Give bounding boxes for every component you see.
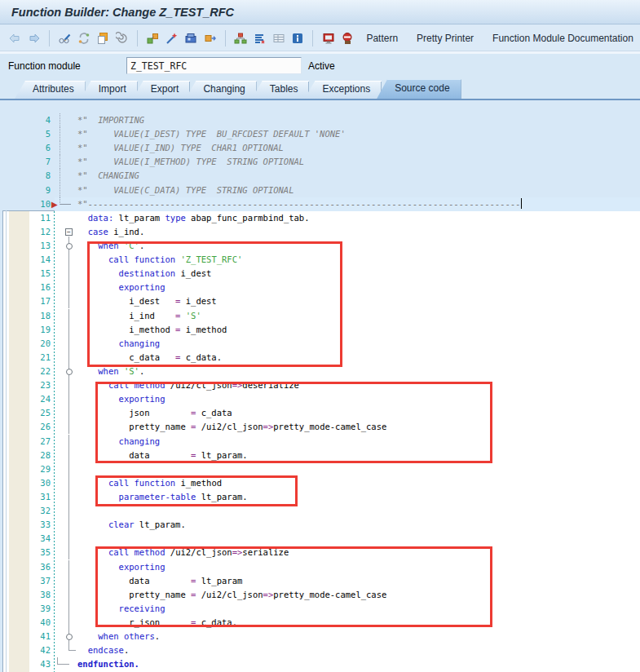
- code-line-35[interactable]: 35 call method /ui2/cl_json=>serialize: [0, 546, 640, 559]
- tab-import[interactable]: Import: [81, 81, 138, 99]
- line-number[interactable]: 7: [16, 155, 51, 169]
- code-line-39[interactable]: 39 receiving: [0, 602, 640, 616]
- line-number[interactable]: 34: [16, 532, 51, 546]
- code-line-24[interactable]: 24 exporting: [0, 392, 640, 406]
- code-line-30[interactable]: 30 call function i_method: [0, 476, 640, 490]
- code-line-31[interactable]: 31 parameter-table lt_param.: [0, 490, 640, 504]
- line-number[interactable]: 25: [16, 406, 51, 420]
- function-module-input[interactable]: [126, 57, 302, 74]
- line-number[interactable]: 31: [16, 490, 51, 504]
- code-line-14[interactable]: 14 call function 'Z_TEST_RFC': [0, 253, 640, 267]
- remote-display-icon[interactable]: [321, 31, 334, 45]
- line-number[interactable]: 12: [16, 225, 51, 239]
- line-number[interactable]: 39: [16, 602, 51, 616]
- code-line-33[interactable]: 33 clear lt_param.: [0, 518, 640, 532]
- activate-spiral-icon[interactable]: [115, 31, 128, 45]
- line-number[interactable]: 17: [16, 294, 51, 308]
- code-line-7[interactable]: 7*" VALUE(I_METHOD) TYPE STRING OPTIONAL: [0, 155, 640, 169]
- pretty-printer-button[interactable]: Pretty Printer: [410, 31, 480, 46]
- line-number[interactable]: 14: [16, 253, 51, 267]
- refresh-icon[interactable]: [77, 31, 90, 45]
- line-number[interactable]: 37: [16, 574, 51, 588]
- code-line-13[interactable]: 13 when 'C'.: [0, 239, 640, 253]
- code-line-9[interactable]: 9*" VALUE(C_DATA) TYPE STRING OPTIONAL: [0, 183, 640, 197]
- line-number[interactable]: 41: [16, 630, 51, 643]
- tab-changing[interactable]: Changing: [185, 81, 256, 99]
- hierarchy-icon[interactable]: [234, 31, 247, 45]
- line-number[interactable]: 29: [16, 462, 51, 476]
- code-line-34[interactable]: 34: [0, 532, 640, 546]
- line-number[interactable]: 16: [16, 281, 51, 294]
- line-number[interactable]: 35: [16, 546, 51, 559]
- forward-icon[interactable]: [27, 31, 40, 45]
- table-view-icon[interactable]: [272, 31, 285, 45]
- line-number[interactable]: 42: [16, 643, 51, 657]
- code-line-8[interactable]: 8*" CHANGING: [0, 169, 640, 183]
- code-line-16[interactable]: 16 exporting: [0, 281, 640, 294]
- line-number[interactable]: 24: [16, 392, 51, 406]
- code-line-40[interactable]: 40 r_json = c_data.: [0, 616, 640, 630]
- code-line-36[interactable]: 36 exporting: [0, 560, 640, 574]
- stop-user-icon[interactable]: [341, 31, 354, 45]
- line-number[interactable]: 5: [16, 127, 51, 141]
- info-icon[interactable]: [291, 31, 304, 45]
- where-used-icon[interactable]: [184, 31, 197, 45]
- code-line-25[interactable]: 25 json = c_data: [0, 406, 640, 420]
- code-line-12[interactable]: 12− case i_ind.: [0, 225, 640, 239]
- code-line-10[interactable]: 10▶*"-----------------------------------…: [0, 197, 640, 211]
- line-number[interactable]: 21: [16, 351, 51, 365]
- line-number[interactable]: 6: [16, 141, 51, 155]
- code-line-41[interactable]: 41 when others.: [0, 630, 640, 643]
- code-line-20[interactable]: 20 changing: [0, 337, 640, 351]
- code-line-23[interactable]: 23 call method /ui2/cl_json=>deserialize: [0, 378, 640, 392]
- tab-attributes[interactable]: Attributes: [15, 81, 86, 99]
- code-line-38[interactable]: 38 pretty_name = /ui2/cl_json=>pretty_mo…: [0, 588, 640, 602]
- line-number[interactable]: 27: [16, 435, 51, 449]
- line-number[interactable]: 19: [16, 323, 51, 337]
- line-number[interactable]: 20: [16, 337, 51, 351]
- fold-collapse-icon[interactable]: −: [65, 228, 73, 236]
- line-number[interactable]: 43: [16, 657, 51, 671]
- back-icon[interactable]: [8, 31, 21, 45]
- line-number[interactable]: 26: [16, 420, 51, 434]
- code-line-37[interactable]: 37 data = lt_param: [0, 574, 640, 588]
- tab-exceptions[interactable]: Exceptions: [304, 81, 382, 99]
- display-change-icon[interactable]: [58, 31, 71, 45]
- line-number[interactable]: 18: [16, 309, 51, 323]
- code-line-4[interactable]: 4*" IMPORTING: [0, 113, 640, 127]
- code-line-32[interactable]: 32: [0, 504, 640, 518]
- line-number[interactable]: 36: [16, 560, 51, 574]
- pattern-wand-icon[interactable]: [165, 31, 178, 45]
- goto-navigation-icon[interactable]: [203, 31, 216, 45]
- fold-marker[interactable]: [68, 365, 69, 378]
- code-line-29[interactable]: 29: [0, 462, 640, 476]
- code-line-28[interactable]: 28 data = lt_param.: [0, 449, 640, 462]
- copy-icon[interactable]: [96, 31, 109, 45]
- code-line-5[interactable]: 5*" VALUE(I_DEST) TYPE BU_RFCDEST DEFAUL…: [0, 127, 640, 141]
- line-number[interactable]: 33: [16, 518, 51, 532]
- code-line-17[interactable]: 17 i_dest = i_dest: [0, 294, 640, 308]
- code-line-15[interactable]: 15 destination i_dest: [0, 267, 640, 281]
- line-number[interactable]: 40: [16, 616, 51, 630]
- line-number[interactable]: 28: [16, 449, 51, 462]
- sort-icon[interactable]: [253, 31, 266, 45]
- code-line-18[interactable]: 18 i_ind = 'S': [0, 309, 640, 323]
- line-number[interactable]: 15: [16, 267, 51, 281]
- code-line-43[interactable]: 43endfunction.: [0, 657, 640, 671]
- line-number[interactable]: 13: [16, 239, 51, 253]
- line-number[interactable]: 8: [16, 169, 51, 183]
- code-line-11[interactable]: 11 data: lt_param type abap_func_parmbin…: [0, 211, 640, 225]
- line-number[interactable]: 11: [16, 211, 51, 225]
- line-number[interactable]: 4: [16, 113, 51, 127]
- code-line-26[interactable]: 26 pretty_name = /ui2/cl_json=>pretty_mo…: [0, 420, 640, 434]
- consistency-check-icon[interactable]: [146, 31, 159, 45]
- code-line-19[interactable]: 19 i_method = i_method: [0, 323, 640, 337]
- code-line-27[interactable]: 27 changing: [0, 435, 640, 449]
- line-number[interactable]: 22: [16, 365, 51, 378]
- tab-export[interactable]: Export: [133, 81, 191, 99]
- tab-source-code[interactable]: Source code: [377, 79, 461, 99]
- line-number[interactable]: 23: [16, 378, 51, 392]
- code-line-42[interactable]: 42 endcase.: [0, 643, 640, 657]
- pattern-button[interactable]: Pattern: [360, 31, 404, 46]
- fold-marker[interactable]: [68, 630, 69, 643]
